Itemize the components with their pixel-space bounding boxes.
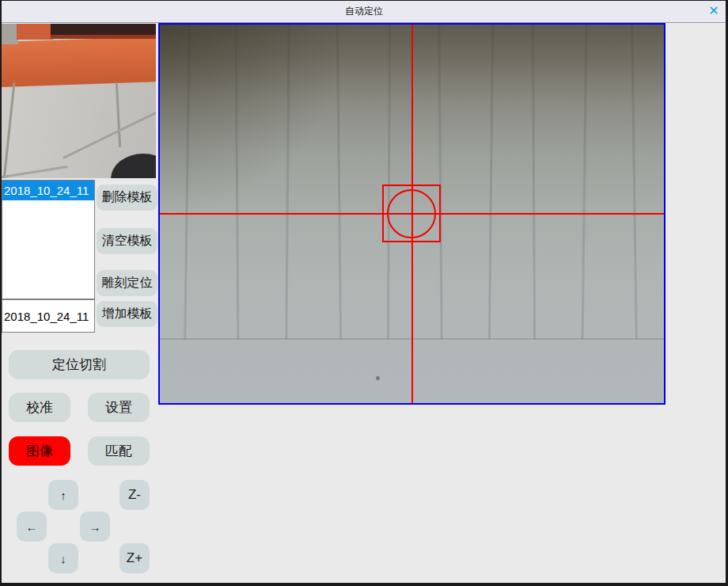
thumbnail-grout-line [63, 111, 156, 159]
ceiling-line [235, 25, 240, 340]
ceiling-line [488, 25, 494, 340]
z-minus-button[interactable]: Z- [119, 480, 150, 510]
calibrate-button[interactable]: 校准 [9, 393, 70, 422]
jog-right-button[interactable]: → [80, 512, 110, 542]
up-arrow-icon: ↑ [60, 489, 66, 502]
position-cut-button[interactable]: 定位切割 [9, 350, 150, 379]
delete-template-button[interactable]: 删除模板 [97, 185, 157, 211]
close-icon: ✕ [708, 4, 719, 17]
thumbnail-gray-tile-corner [2, 24, 18, 44]
window-title: 自动定位 [0, 0, 728, 22]
ceiling-line [336, 25, 342, 340]
engrave-position-button[interactable]: 雕刻定位 [97, 270, 157, 296]
thumbnail-orange-top [17, 24, 53, 40]
camera-speck [376, 376, 380, 380]
down-arrow-icon: ↓ [60, 552, 66, 565]
camera-view[interactable] [158, 23, 665, 405]
ceiling-line [438, 25, 442, 340]
target-circle [387, 189, 436, 238]
right-arrow-icon: → [89, 520, 101, 534]
jog-up-button[interactable]: ↑ [48, 480, 78, 510]
thumbnail-orange-beam [2, 36, 156, 87]
ceiling-line [532, 25, 536, 340]
jog-left-button[interactable]: ← [17, 512, 47, 542]
thumbnail-grout-line [2, 166, 68, 178]
ceiling-line [184, 25, 191, 340]
image-button[interactable]: 图像 [9, 436, 70, 466]
jog-down-button[interactable]: ↓ [48, 543, 78, 573]
close-button[interactable]: ✕ [705, 2, 722, 20]
thumbnail-grout-line [3, 82, 16, 178]
clear-templates-button[interactable]: 清空模板 [97, 228, 157, 254]
window-titlebar: 自动定位 ✕ [0, 0, 728, 23]
ceiling-line [285, 25, 290, 340]
ceiling-line [582, 25, 588, 340]
thumbnail-dark-bar-edge [51, 35, 156, 39]
template-list-item[interactable]: 2018_10_24_11 [2, 181, 94, 200]
template-thumbnail [2, 24, 156, 178]
settings-button[interactable]: 设置 [88, 393, 150, 422]
left-arrow-icon: ← [26, 520, 38, 534]
thumbnail-dark-blob [111, 154, 156, 178]
ceiling-line [387, 25, 391, 340]
template-list[interactable]: 2018_10_24_11 [2, 180, 95, 299]
z-plus-button[interactable]: Z+ [119, 543, 150, 573]
ceiling-line [631, 25, 638, 340]
match-button[interactable]: 匹配 [88, 436, 150, 466]
thumbnail-dark-bar [51, 24, 156, 36]
template-name-input[interactable] [2, 299, 95, 333]
thumbnail-grout-line [116, 82, 121, 147]
add-template-button[interactable]: 增加模板 [97, 301, 157, 327]
